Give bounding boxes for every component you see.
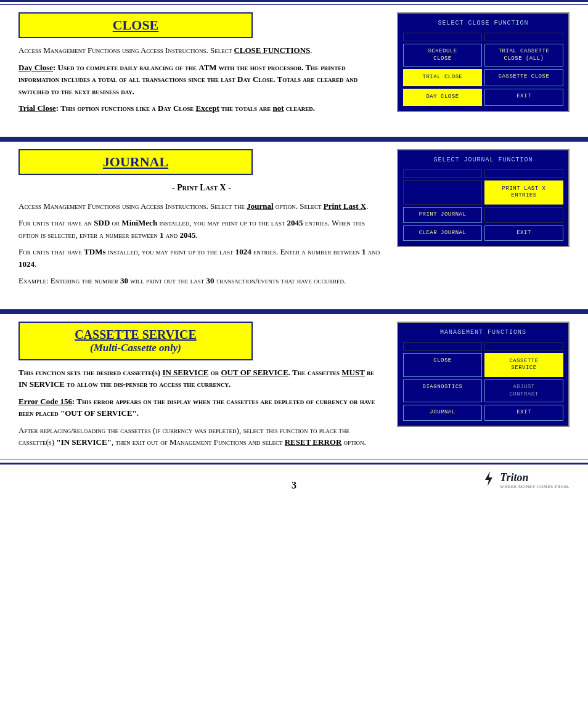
journal-tdm-text: For units that have TDMs installed, you …	[18, 246, 385, 270]
triton-logo-icon	[480, 470, 497, 491]
close-atm-title: SELECT CLOSE FUNCTION	[403, 18, 563, 28]
cassette-title: CASSETTE SERVICE	[32, 328, 239, 342]
triton-logo-name: Triton	[500, 471, 570, 484]
triton-logo-sub: WHERE MONEY COMES FROM.	[500, 484, 570, 489]
cassette-after: After replacing/reloading the cassettes …	[18, 424, 385, 448]
cassette-atm-screen: MANAGEMENT FUNCTIONS CLOSE CASSETTESERVI…	[397, 322, 570, 427]
atm-c-journal: JOURNAL	[403, 405, 482, 421]
cassette-atm-grid: CLOSE CASSETTESERVICE DIAGNOSTICS ADJUST…	[403, 342, 563, 421]
journal-left: JOURNAL - Print Last X - Access Manageme…	[18, 149, 385, 292]
cassette-intro: This function sets the desired cassette(…	[18, 367, 385, 391]
page: CLOSE Access Management Functions using …	[0, 0, 588, 714]
footer: 3 Triton WHERE MONEY COMES FROM.	[0, 471, 588, 500]
atm-j-empty4	[484, 207, 563, 223]
cassette-columns: CASSETTE SERVICE (Multi-Cassette only) T…	[18, 322, 570, 453]
journal-title-box: JOURNAL	[18, 149, 253, 175]
atm-j-print-last-x: PRINT LAST XENTRIES	[484, 181, 563, 205]
journal-atm-title: SELECT JOURNAL FUNCTION	[403, 155, 563, 164]
journal-intro: Access Management Functions using Access…	[18, 200, 385, 213]
close-atm-screen: SELECT CLOSE FUNCTION SCHEDULECLOSE TRIA…	[397, 12, 570, 112]
close-atm-panel: SELECT CLOSE FUNCTION SCHEDULECLOSE TRIA…	[397, 12, 570, 112]
cassette-error: Error Code 156: This error appears on th…	[18, 396, 385, 420]
close-title-box: CLOSE	[18, 12, 253, 38]
journal-section: JOURNAL - Print Last X - Access Manageme…	[0, 142, 588, 298]
atm-j-empty2	[484, 169, 563, 178]
divider-2	[0, 309, 588, 314]
atm-btn-empty2	[484, 33, 563, 41]
atm-btn-exit: EXIT	[484, 89, 563, 106]
atm-c-empty2	[484, 342, 563, 351]
cassette-title2: (Multi-Cassette only)	[32, 342, 239, 354]
triton-icon-svg	[480, 470, 497, 487]
day-close-heading: Day Close	[18, 63, 53, 72]
atm-c-diagnostics: DIAGNOSTICS	[403, 379, 482, 402]
cassette-left: CASSETTE SERVICE (Multi-Cassette only) T…	[18, 322, 385, 453]
atm-j-empty1	[403, 169, 482, 178]
atm-c-empty1	[403, 342, 482, 351]
close-columns: CLOSE Access Management Functions using …	[18, 12, 570, 120]
cassette-section: CASSETTE SERVICE (Multi-Cassette only) T…	[0, 314, 588, 460]
journal-example-text: Example: Entering the number 30 will pri…	[18, 275, 385, 287]
atm-btn-empty1	[403, 33, 482, 41]
atm-c-cassette-service: CASSETTESERVICE	[484, 353, 563, 377]
cassette-atm-panel: MANAGEMENT FUNCTIONS CLOSE CASSETTESERVI…	[397, 322, 570, 427]
journal-subtitle: - Print Last X -	[18, 181, 385, 194]
close-left: CLOSE Access Management Functions using …	[18, 12, 385, 120]
journal-sdd-text: For units that have an SDD or MiniMech i…	[18, 217, 385, 241]
page-number: 3	[292, 480, 296, 491]
journal-atm-grid: PRINT LAST XENTRIES PRINT JOURNAL CLEAR …	[403, 169, 563, 241]
day-close-para: Day Close: Used to complete daily balanc…	[18, 62, 385, 98]
close-functions-link: CLOSE FUNCTIONS	[234, 46, 310, 55]
cassette-title-box: CASSETTE SERVICE (Multi-Cassette only)	[18, 322, 253, 360]
atm-btn-schedule-close: SCHEDULECLOSE	[403, 44, 482, 67]
atm-j-print-journal: PRINT JOURNAL	[403, 207, 482, 223]
bottom-border	[0, 460, 588, 465]
svg-marker-0	[485, 471, 492, 486]
trial-close-para: Trial Close: This option functions like …	[18, 102, 385, 115]
atm-btn-trial-close: TRIAL CLOSE	[403, 69, 482, 86]
atm-c-close: CLOSE	[403, 353, 482, 377]
triton-logo-text-group: Triton WHERE MONEY COMES FROM.	[500, 471, 570, 489]
atm-j-empty3	[403, 181, 482, 205]
atm-btn-cassette-close: CASSETTE CLOSE	[484, 69, 563, 86]
atm-j-clear-journal: CLEAR JOURNAL	[403, 225, 482, 241]
journal-atm-panel: SELECT JOURNAL FUNCTION PRINT LAST XENTR…	[397, 149, 570, 248]
top-border	[0, 0, 588, 5]
close-atm-grid: SCHEDULECLOSE TRIAL CASSETTECLOSE (ALL) …	[403, 33, 563, 106]
atm-j-exit: EXIT	[484, 225, 563, 241]
journal-columns: JOURNAL - Print Last X - Access Manageme…	[18, 149, 570, 292]
close-title: CLOSE	[32, 17, 239, 33]
atm-btn-trial-cassette: TRIAL CASSETTECLOSE (ALL)	[484, 44, 563, 67]
close-section: CLOSE Access Management Functions using …	[0, 5, 588, 126]
atm-btn-day-close: DAY CLOSE	[403, 89, 482, 106]
close-intro: Access Management Functions using Access…	[18, 44, 385, 57]
journal-title: JOURNAL	[32, 154, 239, 170]
cassette-atm-title: MANAGEMENT FUNCTIONS	[403, 328, 563, 337]
atm-c-adjust-contrast: ADJUSTCONTRAST	[484, 379, 563, 402]
triton-logo: Triton WHERE MONEY COMES FROM.	[480, 470, 570, 491]
divider-1	[0, 137, 588, 142]
atm-c-exit: EXIT	[484, 405, 563, 421]
trial-close-heading: Trial Close	[18, 103, 56, 113]
journal-atm-screen: SELECT JOURNAL FUNCTION PRINT LAST XENTR…	[397, 149, 570, 248]
